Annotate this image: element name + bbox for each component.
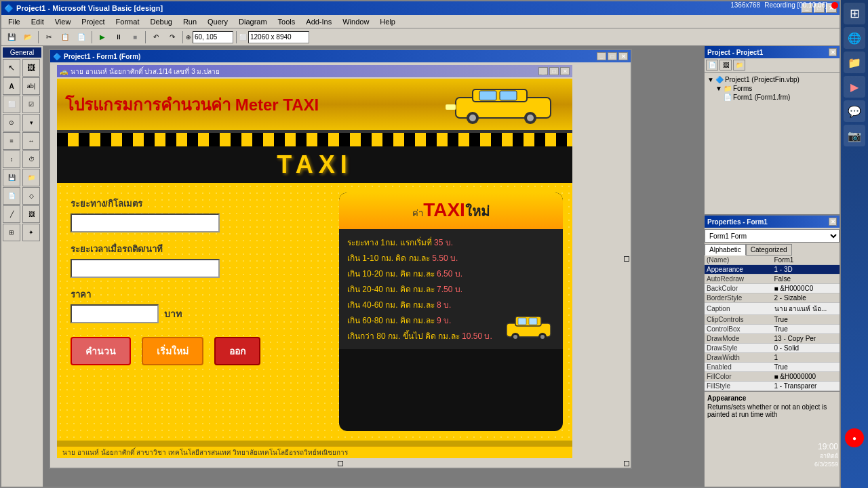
inner-close[interactable]: ✕ — [560, 67, 570, 75]
prop-row-clipcontrols[interactable]: ClipControlsTrue — [705, 315, 840, 325]
messenger-icon[interactable]: 💬 — [844, 100, 865, 122]
toggle-folders-btn[interactable]: 📁 — [733, 60, 745, 70]
menu-addins[interactable]: Add-Ins — [300, 16, 337, 27]
prop-row-appearance[interactable]: Appearance1 - 3D — [705, 265, 840, 274]
time-input[interactable] — [71, 259, 220, 278]
tool-label[interactable]: A — [3, 77, 20, 95]
project-root[interactable]: ▼ 🔷 Project1 (ProjectFin.vbp) — [707, 75, 837, 84]
tool-radio[interactable]: ⊙ — [3, 114, 20, 131]
menu-help[interactable]: Help — [374, 16, 401, 27]
prop-row-enabled[interactable]: EnabledTrue — [705, 363, 840, 372]
menu-format[interactable]: Format — [111, 16, 145, 27]
form1-title-text: Project1 - Form1 (Form) — [64, 53, 597, 60]
toolbar-stop-btn[interactable]: ■ — [127, 30, 142, 45]
tab-categorized[interactable]: Categorized — [746, 244, 792, 256]
resize-handle-corner[interactable] — [624, 461, 629, 466]
tool-file[interactable]: 📄 — [3, 187, 20, 205]
inner-minimize[interactable]: _ — [538, 67, 548, 75]
record-btn[interactable]: ● — [845, 428, 864, 447]
tool-checkbox[interactable]: ☑ — [22, 96, 40, 113]
prop-row-borderstyle[interactable]: BorderStyle2 - Sizable — [705, 293, 840, 303]
menu-view[interactable]: View — [50, 16, 77, 27]
tool-listbox[interactable]: ≡ — [3, 132, 20, 150]
svg-rect-13 — [529, 318, 537, 325]
tool-timer[interactable]: ⏱ — [22, 150, 40, 168]
toolbar-cut-btn[interactable]: ✂ — [41, 30, 56, 45]
menu-tools[interactable]: Tools — [273, 16, 301, 27]
tab-alphabetic[interactable]: Alphabetic — [705, 244, 746, 256]
svg-rect-12 — [518, 318, 526, 325]
prop-row-fillstyle[interactable]: FillStyle1 - Transparer — [705, 382, 840, 391]
prop-row-controlbox[interactable]: ControlBoxTrue — [705, 325, 840, 334]
resize-handle-right[interactable] — [624, 256, 629, 262]
prop-row-fillcolor[interactable]: FillColor■ &H0000000 — [705, 372, 840, 382]
day-display: อาทิตย์ — [814, 451, 838, 461]
tool-dir[interactable]: 📁 — [22, 169, 40, 186]
windows-start-icon[interactable]: ⊞ — [844, 3, 865, 24]
form1-item[interactable]: 📄 Form1 (Form1.frm) — [707, 93, 837, 102]
taxi-banner: TAXI — [57, 146, 572, 183]
prop-row--name-[interactable]: (Name)Form1 — [705, 256, 840, 265]
menu-project[interactable]: Project — [76, 16, 110, 27]
props-panel-close[interactable]: ✕ — [829, 218, 837, 226]
tool-hscroll[interactable]: ↔ — [22, 132, 40, 150]
project-panel-close[interactable]: ✕ — [829, 48, 837, 56]
prop-row-drawstyle[interactable]: DrawStyle0 - Solid — [705, 344, 840, 353]
tool-shape[interactable]: ◇ — [22, 187, 40, 205]
tool-frame[interactable]: ⬜ — [3, 96, 20, 113]
toolbar-paste-btn[interactable]: 📄 — [74, 30, 89, 45]
calc-button[interactable]: คำนวน — [71, 337, 131, 365]
view-code-btn[interactable]: 📄 — [706, 60, 718, 70]
prop-row-autoredraw[interactable]: AutoRedrawFalse — [705, 274, 840, 284]
prop-row-caption[interactable]: Captionนาย อาแนห์ น้อ... — [705, 303, 840, 315]
prop-row-drawmode[interactable]: DrawMode13 - Copy Per — [705, 334, 840, 344]
tool-vscroll[interactable]: ↕ — [3, 150, 20, 168]
folder-icon-edge[interactable]: 📁 — [844, 52, 865, 73]
tool-image[interactable]: 🖼 — [22, 205, 40, 223]
toolbar-coord-input[interactable] — [193, 31, 233, 43]
form1-close[interactable]: ✕ — [618, 52, 628, 60]
media-icon[interactable]: ▶ — [844, 76, 865, 98]
prop-row-backcolor[interactable]: BackColor■ &H0000C0 — [705, 284, 840, 293]
tool-pointer[interactable]: ↖ — [3, 59, 20, 77]
tool-textbox[interactable]: ab| — [22, 77, 40, 95]
prop-name: FillStyle — [705, 382, 772, 391]
menu-file[interactable]: File — [3, 16, 26, 27]
menu-debug[interactable]: Debug — [144, 16, 177, 27]
forms-folder[interactable]: ▼ 📁 Forms — [707, 84, 837, 93]
tool-combobox[interactable]: ▾ — [22, 114, 40, 131]
toolbar-undo-btn[interactable]: ↶ — [149, 30, 163, 45]
tool-data[interactable]: ⊞ — [3, 224, 20, 241]
new-button[interactable]: เริ่มใหม่ — [142, 337, 203, 365]
props-selector[interactable]: Form1 Form — [705, 229, 840, 243]
tool-ole[interactable]: ✦ — [22, 224, 40, 241]
inner-form-title-bar: 🚕 นาย อาแนห์ น้อยกาศักดิ์ ปวส.1/14 เลขที… — [57, 65, 572, 77]
toolbar-dim-input[interactable] — [248, 31, 309, 43]
tool-picturebox[interactable]: 🖼 — [22, 59, 40, 77]
toolbar-copy-btn[interactable]: 📋 — [58, 30, 73, 45]
toolbar-run-btn[interactable]: ▶ — [95, 30, 110, 45]
menu-window[interactable]: Window — [337, 16, 374, 27]
tool-drive[interactable]: 💾 — [3, 169, 20, 186]
menu-run[interactable]: Run — [178, 16, 202, 27]
distance-input[interactable] — [71, 214, 220, 232]
menu-query[interactable]: Query — [202, 16, 233, 27]
menu-edit[interactable]: Edit — [26, 16, 50, 27]
price-unit: บาท — [164, 306, 182, 321]
view-object-btn[interactable]: 🖼 — [719, 60, 732, 70]
toolbar-pause-btn[interactable]: ⏸ — [111, 30, 126, 45]
form1-minimize[interactable]: _ — [597, 52, 606, 60]
inner-maximize[interactable]: □ — [549, 67, 559, 75]
menu-diagram[interactable]: Diagram — [233, 16, 273, 27]
resize-handle-bottom[interactable] — [338, 461, 343, 466]
tool-line[interactable]: ╱ — [3, 205, 20, 223]
toolbar-open-btn[interactable]: 📂 — [20, 30, 35, 45]
prop-row-drawwidth[interactable]: DrawWidth1 — [705, 353, 840, 363]
exit-button[interactable]: ออก — [214, 337, 260, 365]
ie-icon[interactable]: 🌐 — [844, 27, 865, 49]
toolbar-save-btn[interactable]: 💾 — [4, 30, 19, 45]
price-input[interactable] — [71, 304, 159, 323]
form1-maximize[interactable]: □ — [608, 52, 617, 60]
toolbar-redo-btn[interactable]: ↷ — [165, 30, 180, 45]
camera-icon[interactable]: 📷 — [844, 125, 865, 146]
